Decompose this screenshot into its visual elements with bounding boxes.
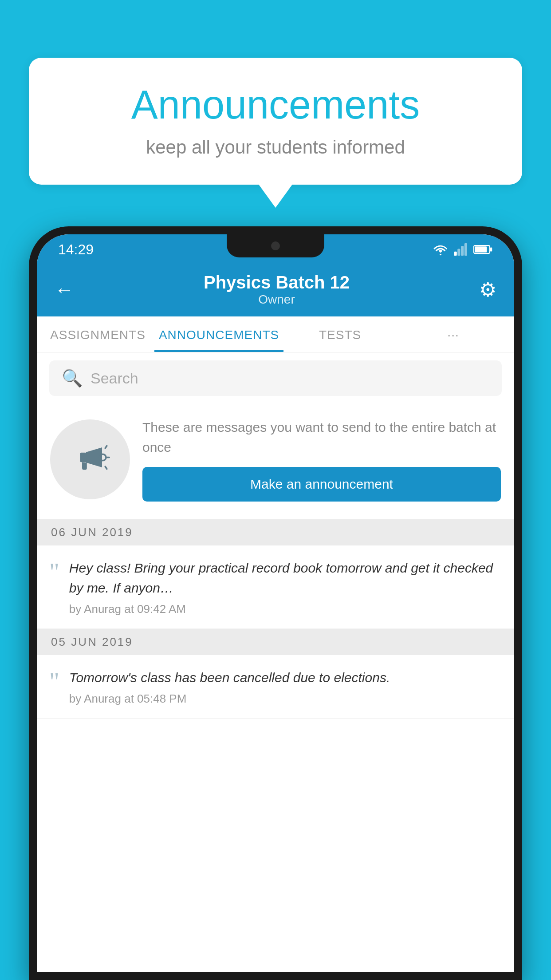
back-button[interactable]: ← bbox=[55, 279, 74, 301]
phone-frame: 14:29 bbox=[29, 226, 522, 980]
search-icon: 🔍 bbox=[62, 368, 83, 388]
announcement-item-2[interactable]: " Tomorrow's class has been cancelled du… bbox=[37, 655, 514, 719]
battery-icon bbox=[473, 244, 493, 255]
speech-bubble-subtitle: keep all your students informed bbox=[55, 137, 496, 158]
date-separator-2: 05 JUN 2019 bbox=[37, 629, 514, 655]
quote-icon-1: " bbox=[49, 558, 59, 585]
make-announcement-button[interactable]: Make an announcement bbox=[142, 467, 501, 502]
status-icons bbox=[433, 243, 493, 256]
announcement-text-1: Hey class! Bring your practical record b… bbox=[69, 558, 502, 598]
announcement-meta-1: by Anurag at 09:42 AM bbox=[69, 602, 502, 616]
announcement-prompt: These are messages you want to send to t… bbox=[37, 404, 514, 519]
svg-rect-2 bbox=[461, 246, 464, 256]
announcement-description: These are messages you want to send to t… bbox=[142, 417, 501, 457]
announcement-meta-2: by Anurag at 05:48 PM bbox=[69, 692, 502, 706]
tab-more[interactable]: ··· bbox=[397, 316, 510, 352]
svg-line-11 bbox=[105, 466, 107, 469]
svg-rect-7 bbox=[80, 453, 87, 462]
signal-icon bbox=[454, 243, 468, 256]
announcement-icon-circle bbox=[50, 419, 130, 499]
header-batch-title: Physics Batch 12 bbox=[204, 273, 350, 292]
search-container: 🔍 Search bbox=[37, 352, 514, 404]
app-header: ← Physics Batch 12 Owner ⚙ bbox=[37, 265, 514, 316]
megaphone-icon bbox=[70, 439, 110, 479]
speech-bubble-title: Announcements bbox=[55, 82, 496, 128]
header-title-block: Physics Batch 12 Owner bbox=[204, 273, 350, 307]
announcement-content-1: Hey class! Bring your practical record b… bbox=[69, 558, 502, 616]
search-input[interactable]: Search bbox=[91, 370, 138, 387]
phone-screen: 14:29 bbox=[37, 234, 514, 972]
announcement-text-2: Tomorrow's class has been cancelled due … bbox=[69, 668, 502, 688]
speech-bubble: Announcements keep all your students inf… bbox=[29, 58, 522, 185]
header-role-subtitle: Owner bbox=[204, 292, 350, 307]
svg-rect-3 bbox=[464, 243, 467, 256]
announcement-item-1[interactable]: " Hey class! Bring your practical record… bbox=[37, 545, 514, 629]
feed-area: 06 JUN 2019 " Hey class! Bring your prac… bbox=[37, 519, 514, 972]
status-bar: 14:29 bbox=[37, 234, 514, 265]
svg-rect-1 bbox=[457, 249, 460, 256]
status-time: 14:29 bbox=[58, 241, 94, 258]
phone-notch bbox=[227, 234, 324, 257]
svg-rect-5 bbox=[490, 248, 492, 252]
svg-rect-0 bbox=[454, 252, 457, 256]
tab-assignments[interactable]: ASSIGNMENTS bbox=[41, 316, 154, 352]
announcement-content-2: Tomorrow's class has been cancelled due … bbox=[69, 668, 502, 706]
settings-icon[interactable]: ⚙ bbox=[479, 278, 496, 301]
quote-icon-2: " bbox=[49, 668, 59, 694]
tab-tests[interactable]: TESTS bbox=[283, 316, 397, 352]
speech-bubble-container: Announcements keep all your students inf… bbox=[29, 58, 522, 185]
tabs-bar: ASSIGNMENTS ANNOUNCEMENTS TESTS ··· bbox=[37, 316, 514, 352]
wifi-icon bbox=[433, 243, 449, 256]
search-bar[interactable]: 🔍 Search bbox=[49, 360, 502, 396]
svg-rect-6 bbox=[475, 246, 487, 253]
announcement-prompt-right: These are messages you want to send to t… bbox=[142, 417, 501, 502]
svg-line-9 bbox=[105, 446, 107, 448]
tab-announcements[interactable]: ANNOUNCEMENTS bbox=[154, 316, 283, 352]
camera-notch bbox=[271, 241, 280, 250]
date-separator-1: 06 JUN 2019 bbox=[37, 519, 514, 545]
